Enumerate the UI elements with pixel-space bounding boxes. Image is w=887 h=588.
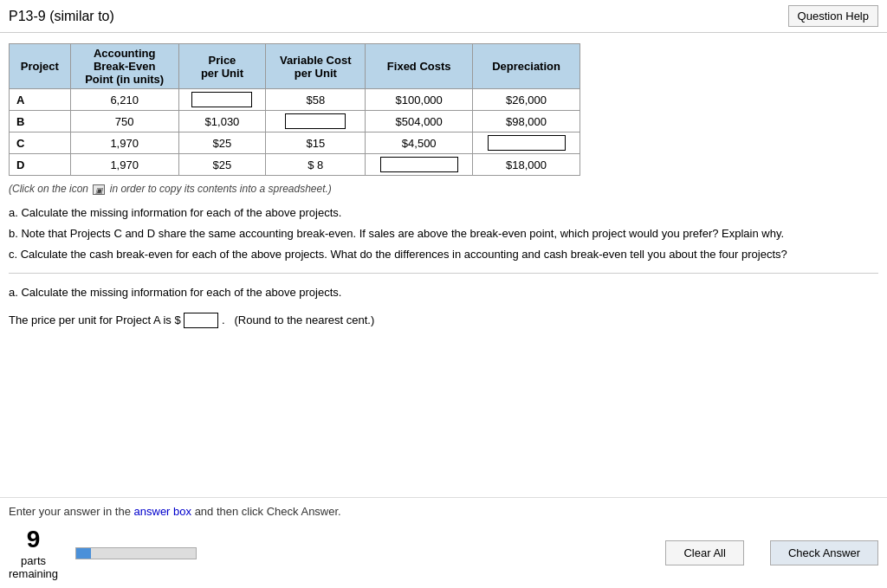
- round-note-text: (Round to the nearest cent.): [234, 313, 374, 326]
- table-row: B 750 $1,030 $504,000 $98,000: [10, 111, 580, 132]
- project-d-fixed-cell: [366, 154, 473, 176]
- project-b-fixed: $504,000: [366, 111, 473, 132]
- divider: [9, 273, 878, 274]
- question-help-button[interactable]: Question Help: [788, 5, 878, 27]
- col-header-depreciation: Depreciation: [473, 44, 580, 89]
- questions-list: a. Calculate the missing information for…: [9, 204, 878, 264]
- check-answer-button[interactable]: Check Answer: [770, 540, 878, 565]
- project-b-variable-cell: [266, 111, 366, 132]
- progress-bar-fill: [76, 548, 91, 559]
- clear-all-button[interactable]: Clear All: [665, 540, 743, 565]
- project-d-fixed-input[interactable]: [380, 157, 458, 172]
- parts-number: 9: [27, 525, 41, 554]
- price-per-unit-answer-input[interactable]: [184, 313, 218, 328]
- header: P13-9 (similar to) Question Help: [0, 0, 887, 33]
- price-per-unit-line: The price per unit for Project A is $ . …: [9, 310, 878, 330]
- parts-label: parts: [21, 554, 46, 568]
- project-a-price-cell: [178, 89, 266, 111]
- price-per-unit-label: The price per unit for Project A is $: [9, 313, 181, 326]
- answer-box-link: answer box: [134, 505, 191, 518]
- table-row: D 1,970 $25 $ 8 $18,000: [10, 154, 580, 176]
- parts-remaining: 9 parts remaining: [9, 525, 58, 581]
- col-header-variable: Variable Costper Unit: [266, 44, 366, 89]
- project-b-depreciation: $98,000: [473, 111, 580, 132]
- col-header-fixed: Fixed Costs: [366, 44, 473, 89]
- project-d-breakeven: 1,970: [70, 154, 178, 176]
- project-a-label: A: [10, 89, 71, 111]
- project-c-price: $25: [178, 132, 266, 154]
- project-b-variable-input[interactable]: [285, 113, 346, 129]
- project-a-variable: $58: [266, 89, 366, 111]
- question-b: b. Note that Projects C and D share the …: [9, 224, 878, 243]
- project-d-variable: $ 8: [266, 154, 366, 176]
- project-d-label: D: [10, 154, 71, 176]
- question-a: a. Calculate the missing information for…: [9, 204, 878, 223]
- click-note: (Click on the icon ▣ in order to copy it…: [9, 183, 878, 195]
- round-note: .: [222, 313, 231, 326]
- col-header-price: Priceper Unit: [178, 44, 266, 89]
- project-b-breakeven: 750: [70, 111, 178, 132]
- project-c-breakeven: 1,970: [70, 132, 178, 154]
- project-c-depreciation-input[interactable]: [488, 135, 566, 151]
- table-row: A 6,210 $58 $100,000 $26,000: [10, 89, 580, 111]
- page-title: P13-9 (similar to): [9, 9, 114, 24]
- project-c-label: C: [10, 132, 71, 154]
- col-header-breakeven: AccountingBreak-EvenPoint (in units): [70, 44, 178, 89]
- project-c-depreciation-cell: [473, 132, 580, 154]
- progress-bar-container: [75, 547, 197, 559]
- accounting-table: Project AccountingBreak-EvenPoint (in un…: [9, 43, 580, 176]
- project-a-fixed: $100,000: [366, 89, 473, 111]
- project-b-label: B: [10, 111, 71, 132]
- main-content: Project AccountingBreak-EvenPoint (in un…: [0, 33, 887, 349]
- answer-section: a. Calculate the missing information for…: [9, 282, 878, 330]
- answer-header: a. Calculate the missing information for…: [9, 282, 878, 302]
- table-row: C 1,970 $25 $15 $4,500: [10, 132, 580, 154]
- project-a-depreciation: $26,000: [473, 89, 580, 111]
- project-c-fixed: $4,500: [366, 132, 473, 154]
- enter-answer-text: Enter your answer in the answer box and …: [9, 505, 878, 518]
- project-d-price: $25: [178, 154, 266, 176]
- project-d-depreciation: $18,000: [473, 154, 580, 176]
- project-b-price: $1,030: [178, 111, 266, 132]
- copy-icon[interactable]: ▣: [93, 184, 105, 195]
- project-a-price-input[interactable]: [191, 92, 252, 107]
- project-c-variable: $15: [266, 132, 366, 154]
- project-a-breakeven: 6,210: [70, 89, 178, 111]
- remaining-label: remaining: [9, 567, 58, 581]
- col-header-project: Project: [10, 44, 71, 89]
- bottom-bar: Enter your answer in the answer box and …: [0, 497, 887, 588]
- question-c: c. Calculate the cash break-even for eac…: [9, 245, 878, 264]
- bottom-controls: 9 parts remaining Clear All Check Answer: [9, 525, 878, 581]
